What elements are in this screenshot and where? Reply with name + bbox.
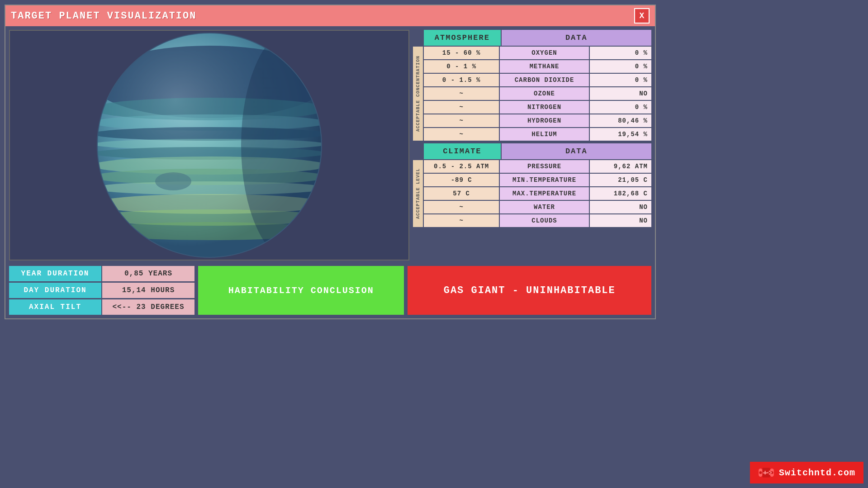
gas-value: 0 % [590,74,651,86]
climate-label: PRESSURE [500,160,588,173]
svg-point-27 [770,472,772,474]
svg-point-29 [767,472,768,474]
gas-value: 0 % [590,60,651,73]
atmosphere-headers: ATMOSPHERE DATA [413,30,651,46]
stat-row: DAY DURATION 15,14 HOURS [9,283,194,298]
atmosphere-section: ATMOSPHERE DATA ACCEPTABLE CONCENTRATION… [413,30,651,141]
table-row: ~ OZONE NO [424,87,651,100]
climate-value: 9,62 ATM [590,160,651,173]
gas-label: NITROGEN [500,101,588,114]
stat-label: AXIAL TILT [9,299,101,315]
climate-headers: CLIMATE DATA [413,143,651,159]
acceptable-value: ~ [424,87,499,100]
table-row: -89 C MIN.TEMPERATURE 21,05 C [424,174,651,186]
stat-label: YEAR DURATION [9,266,101,281]
atmosphere-rows-container: ACCEPTABLE CONCENTRATION 15 - 60 % OXYGE… [413,47,651,141]
acceptable-value: ~ [424,128,499,141]
climate-label: WATER [500,201,588,213]
climate-value: 21,05 C [590,174,651,186]
table-row: 57 C MAX.TEMPERATURE 182,68 C [424,187,651,200]
table-row: 0 - 1 % METHANE 0 % [424,60,651,73]
table-row: 15 - 60 % OXYGEN 0 % [424,47,651,59]
climate-section: CLIMATE DATA ACCEPTABLE LEVEL 0.5 - 2.5 … [413,143,651,227]
gas-value: 0 % [590,101,651,114]
acceptable-concentration-label-container: ACCEPTABLE CONCENTRATION [413,47,423,141]
switchntd-text: Switchntd.com [779,468,855,478]
gas-value: 0 % [590,47,651,59]
atmosphere-data-header: DATA [502,30,651,46]
table-row: ~ CLOUDS NO [424,214,651,227]
stat-value: <<-- 23 DEGREES [102,299,194,315]
acceptable-value: 15 - 60 % [424,47,499,59]
climate-header: CLIMATE [424,143,501,159]
climate-rows-container: ACCEPTABLE LEVEL 0.5 - 2.5 ATM PRESSURE … [413,160,651,227]
acceptable-value: 0.5 - 2.5 ATM [424,160,499,173]
climate-label: MIN.TEMPERATURE [500,174,588,186]
acceptable-value: ~ [424,101,499,114]
gas-value: NO [590,87,651,100]
acceptable-level-label: ACCEPTABLE LEVEL [416,168,421,219]
main-window: TARGET PLANET VISUALIZATION X [5,5,656,319]
svg-point-26 [769,471,770,472]
table-row: ~ HYDROGEN 80,46 % [424,114,651,127]
acceptable-value: ~ [424,201,499,213]
svg-point-16 [97,33,322,257]
content-area: ATMOSPHERE DATA ACCEPTABLE CONCENTRATION… [5,26,655,264]
svg-point-22 [759,471,762,474]
stat-row: AXIAL TILT <<-- 23 DEGREES [9,299,194,315]
bottom-area: YEAR DURATION 0,85 YEARS DAY DURATION 15… [5,264,655,318]
climate-label: MAX.TEMPERATURE [500,187,588,200]
climate-value: NO [590,201,651,213]
gas-value: 80,46 % [590,114,651,127]
gas-label: HELIUM [500,128,588,141]
conclusion-panel: GAS GIANT - UNINHABITABLE [408,266,651,315]
stats-panel: YEAR DURATION 0,85 YEARS DAY DURATION 15… [9,266,194,315]
climate-data-header: DATA [502,143,651,159]
stat-label: DAY DURATION [9,283,101,298]
stat-value: 0,85 YEARS [102,266,194,281]
table-row: ~ HELIUM 19,54 % [424,128,651,141]
gas-label: OZONE [500,87,588,100]
gas-value: 19,54 % [590,128,651,141]
acceptable-value: -89 C [424,174,499,186]
acceptable-value: ~ [424,114,499,127]
window-title: TARGET PLANET VISUALIZATION [11,10,196,22]
switchntd-badge: Switchntd.com [750,462,863,483]
table-row: 0 - 1.5 % CARBON DIOXIDE 0 % [424,74,651,86]
stat-row: YEAR DURATION 0,85 YEARS [9,266,194,281]
acceptable-value: 0 - 1.5 % [424,74,499,86]
habitability-button[interactable]: HABITABILITY CONCLUSION [198,266,404,315]
climate-data-rows: 0.5 - 2.5 ATM PRESSURE 9,62 ATM -89 C MI… [424,160,651,227]
climate-value: NO [590,214,651,227]
switch-icon [758,466,774,479]
gas-label: HYDROGEN [500,114,588,127]
planet-view [9,30,409,261]
stat-value: 15,14 HOURS [102,283,194,298]
atmosphere-header: ATMOSPHERE [424,30,501,46]
title-bar: TARGET PLANET VISUALIZATION X [5,5,655,26]
close-button[interactable]: X [634,8,650,24]
climate-label: CLOUDS [500,214,588,227]
table-row: 0.5 - 2.5 ATM PRESSURE 9,62 ATM [424,160,651,173]
acceptable-value: 0 - 1 % [424,60,499,73]
right-panel: ATMOSPHERE DATA ACCEPTABLE CONCENTRATION… [413,30,651,261]
table-row: ~ NITROGEN 0 % [424,101,651,114]
gas-label: OXYGEN [500,47,588,59]
svg-rect-25 [763,472,768,473]
gas-label: METHANE [500,60,588,73]
atmosphere-data-rows: 15 - 60 % OXYGEN 0 % 0 - 1 % METHANE 0 %… [424,47,651,141]
gas-label: CARBON DIOXIDE [500,74,588,86]
acceptable-concentration-label: ACCEPTABLE CONCENTRATION [416,56,421,132]
svg-point-28 [769,474,770,475]
acceptable-value: ~ [424,214,499,227]
climate-value: 182,68 C [590,187,651,200]
acceptable-value: 57 C [424,187,499,200]
table-row: ~ WATER NO [424,201,651,213]
acceptable-level-label-container: ACCEPTABLE LEVEL [413,160,423,227]
planet-visualization [92,30,327,261]
